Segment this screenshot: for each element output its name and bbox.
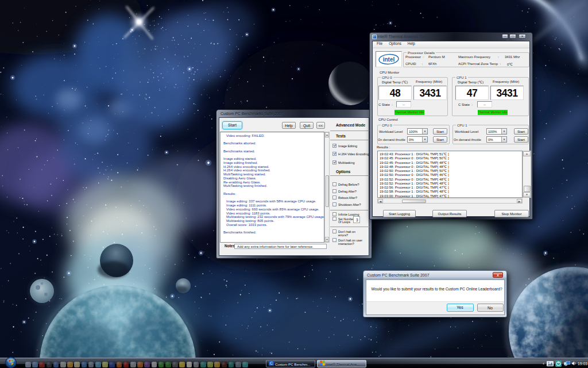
svg-text:intel: intel (383, 56, 395, 63)
svg-text:C: C (270, 361, 273, 365)
